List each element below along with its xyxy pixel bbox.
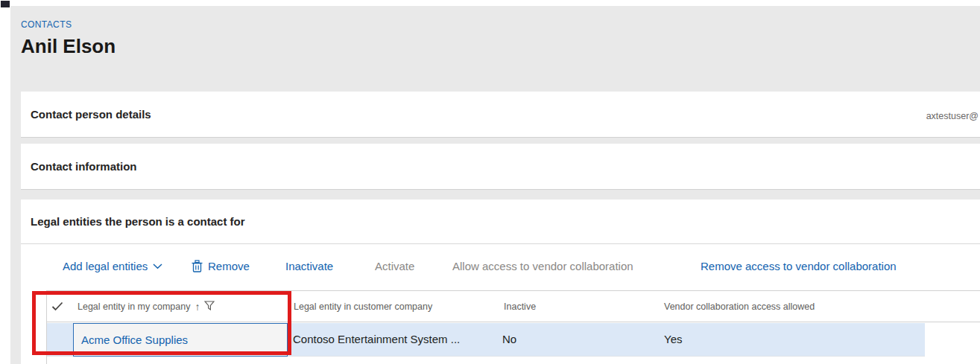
section-title: Contact person details	[31, 108, 151, 121]
allow-vendor-collaboration-button[interactable]: Allow access to vendor collaboration	[452, 260, 633, 272]
add-legal-entities-button[interactable]: Add legal entities	[63, 260, 162, 272]
column-header-legal-entity-customer-company[interactable]: Legal entity in customer company	[294, 301, 432, 312]
column-header-vendor-collaboration[interactable]: Vendor collaboration access allowed	[664, 301, 815, 312]
breadcrumb[interactable]: CONTACTS	[21, 19, 116, 30]
activate-button[interactable]: Activate	[375, 260, 414, 272]
section-header-contact-information[interactable]: Contact information	[21, 144, 980, 188]
grid-header-row: Legal entity in my company ↑ Legal entit…	[47, 291, 980, 322]
page-title: Anil Elson	[21, 35, 116, 58]
app-window: CONTACTS Anil Elson Contact person detai…	[0, 0, 980, 364]
section-title: Contact information	[31, 160, 137, 173]
select-all-checkmark-icon[interactable]	[51, 301, 63, 314]
section-header-contact-person-details[interactable]: Contact person details	[21, 92, 980, 136]
remove-vendor-collaboration-button[interactable]: Remove access to vendor collaboration	[701, 260, 897, 272]
column-header-legal-entity-my-company[interactable]: Legal entity in my company ↑	[78, 300, 215, 313]
inactivate-button[interactable]: Inactivate	[285, 260, 333, 272]
legal-entity-link[interactable]: Acme Office Supplies	[81, 333, 188, 346]
column-header-inactive[interactable]: Inactive	[504, 301, 536, 312]
filter-funnel-icon[interactable]	[204, 301, 215, 313]
remove-button[interactable]: Remove	[192, 260, 250, 272]
section-legal-entities: Legal entities the person is a contact f…	[21, 199, 980, 364]
section-contact-information: Contact information	[21, 144, 980, 190]
remove-label: Remove	[208, 260, 250, 272]
legal-entities-toolbar: Add legal entities Remove Ina	[21, 244, 980, 290]
section-contact-person-details: Contact person details axtestuser@	[21, 92, 980, 138]
user-email-text: axtestuser@	[926, 111, 979, 121]
section-title: Legal entities the person is a contact f…	[31, 215, 245, 228]
sort-ascending-icon: ↑	[195, 301, 200, 313]
page-header: CONTACTS Anil Elson	[21, 19, 116, 58]
table-row[interactable]: Acme Office Supplies Contoso Entertainme…	[47, 323, 925, 357]
cell-customer-company: Contoso Entertainment System ...	[293, 333, 460, 345]
column-header-label: Legal entity in my company	[78, 301, 190, 312]
cell-vendor-collaboration: Yes	[664, 333, 682, 345]
chevron-down-icon	[153, 264, 162, 269]
trash-icon	[192, 260, 203, 272]
cell-inactive: No	[502, 333, 516, 345]
corner-mark	[1, 1, 10, 7]
add-legal-entities-label: Add legal entities	[63, 260, 148, 272]
section-header-legal-entities[interactable]: Legal entities the person is a contact f…	[21, 199, 980, 244]
legal-entities-grid: Legal entity in my company ↑ Legal entit…	[46, 290, 980, 364]
selected-cell[interactable]: Acme Office Supplies	[73, 323, 288, 357]
